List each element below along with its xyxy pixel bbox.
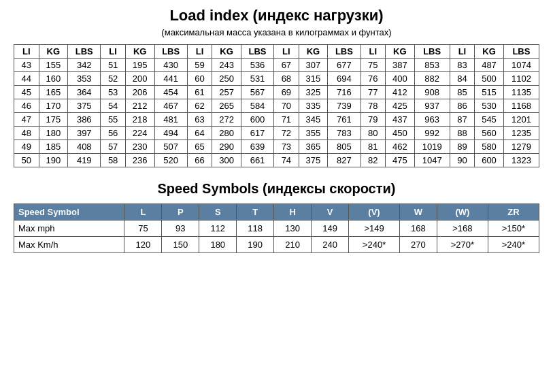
load-table-cell: 335 xyxy=(299,99,328,113)
load-table-cell: 55 xyxy=(101,113,126,127)
load-table-cell: 185 xyxy=(39,140,68,154)
load-table-cell: 63 xyxy=(187,113,212,127)
speed-table-cell: 150 xyxy=(162,237,199,253)
load-table-cell: 81 xyxy=(361,140,386,154)
load-table-cell: 408 xyxy=(68,140,101,154)
table-row: 4617037554212467622655847033573978425937… xyxy=(14,99,539,113)
load-table-cell: 353 xyxy=(68,72,101,86)
load-table-cell: 69 xyxy=(274,86,299,99)
load-table-cell: 53 xyxy=(101,86,126,99)
load-table-cell: 1019 xyxy=(414,140,450,154)
speed-table-cell: 130 xyxy=(274,220,312,237)
load-table-cell: 617 xyxy=(241,127,273,140)
load-table-header-cell: KG xyxy=(299,45,328,59)
load-table-cell: 84 xyxy=(450,72,475,86)
load-table-header-cell: LBS xyxy=(328,45,361,59)
speed-table-cell: 75 xyxy=(124,220,162,237)
load-table-cell: 290 xyxy=(212,140,241,154)
speed-column-header: W xyxy=(400,204,437,220)
table-row: 4918540857230507652906397336580581462101… xyxy=(14,140,539,154)
load-table-header-cell: KG xyxy=(212,45,241,59)
speed-column-header: L xyxy=(124,204,162,220)
load-table-cell: 48 xyxy=(14,127,39,140)
load-table-cell: 44 xyxy=(14,72,39,86)
speed-row-label: Max mph xyxy=(14,220,124,237)
load-table-cell: 1074 xyxy=(503,59,539,72)
load-table-cell: 365 xyxy=(299,140,328,154)
load-table-cell: 639 xyxy=(241,140,273,154)
speed-table-cell: 149 xyxy=(312,220,349,237)
speed-table-cell: 93 xyxy=(162,220,199,237)
speed-table-cell: >168 xyxy=(437,220,488,237)
load-table-cell: 82 xyxy=(361,154,386,167)
speed-table-cell: 210 xyxy=(274,237,312,253)
speed-table-cell: >270* xyxy=(437,237,488,253)
load-table-cell: 425 xyxy=(386,99,415,113)
load-table-header-cell: LBS xyxy=(241,45,273,59)
load-table-cell: 272 xyxy=(212,113,241,127)
load-table-cell: 68 xyxy=(274,72,299,86)
load-table-cell: 1323 xyxy=(503,154,539,167)
load-table-header-cell: KG xyxy=(386,45,415,59)
load-table-cell: 694 xyxy=(328,72,361,86)
load-table-cell: 59 xyxy=(187,59,212,72)
load-table-cell: 71 xyxy=(274,113,299,127)
load-table-cell: 386 xyxy=(68,113,101,127)
load-table-cell: 165 xyxy=(39,86,68,99)
load-table-cell: 218 xyxy=(125,113,154,127)
load-table-cell: 584 xyxy=(241,99,273,113)
load-table-cell: 536 xyxy=(241,59,273,72)
load-table-cell: 236 xyxy=(125,154,154,167)
load-table-cell: 280 xyxy=(212,127,241,140)
load-table-cell: 212 xyxy=(125,99,154,113)
speed-table-cell: >240* xyxy=(349,237,400,253)
load-table-cell: 77 xyxy=(361,86,386,99)
load-table-cell: 481 xyxy=(154,113,187,127)
load-table-cell: 180 xyxy=(39,127,68,140)
load-table-cell: 560 xyxy=(475,127,504,140)
load-table-cell: 1279 xyxy=(503,140,539,154)
load-table-cell: 195 xyxy=(125,59,154,72)
load-table-cell: 1135 xyxy=(503,86,539,99)
speed-table-cell: >149 xyxy=(349,220,400,237)
load-table-cell: 992 xyxy=(414,127,450,140)
load-table-cell: 507 xyxy=(154,140,187,154)
load-index-title: Load index (индекс нагрузки) xyxy=(14,7,539,24)
load-table-cell: 89 xyxy=(450,140,475,154)
speed-table-cell: 120 xyxy=(124,237,162,253)
load-table-cell: 827 xyxy=(328,154,361,167)
load-table-cell: 355 xyxy=(299,127,328,140)
speed-table-cell: >240* xyxy=(488,237,539,253)
load-table-cell: 46 xyxy=(14,99,39,113)
table-row: 4416035352200441602505316831569476400882… xyxy=(14,72,539,86)
load-table-cell: 530 xyxy=(475,99,504,113)
speed-table-cell: 270 xyxy=(400,237,437,253)
load-table-cell: 66 xyxy=(187,154,212,167)
table-row: Max mph7593112118130149>149168>168>150* xyxy=(14,220,539,237)
speed-column-header: (V) xyxy=(349,204,400,220)
load-table-cell: 500 xyxy=(475,72,504,86)
load-table-cell: 805 xyxy=(328,140,361,154)
load-table-cell: 963 xyxy=(414,113,450,127)
load-table-cell: 80 xyxy=(361,127,386,140)
load-table-cell: 79 xyxy=(361,113,386,127)
load-table-cell: 61 xyxy=(187,86,212,99)
load-table-cell: 462 xyxy=(386,140,415,154)
load-table-cell: 85 xyxy=(450,86,475,99)
load-table-cell: 307 xyxy=(299,59,328,72)
load-table-cell: 325 xyxy=(299,86,328,99)
load-table-cell: 257 xyxy=(212,86,241,99)
load-table-header-cell: LBS xyxy=(503,45,539,59)
table-row: 4315534251195430592435366730767775387853… xyxy=(14,59,539,72)
load-table-cell: 170 xyxy=(39,99,68,113)
load-table-cell: 73 xyxy=(274,140,299,154)
load-table-cell: 83 xyxy=(450,59,475,72)
load-table-cell: 47 xyxy=(14,113,39,127)
load-table-cell: 58 xyxy=(101,154,126,167)
load-table-cell: 52 xyxy=(101,72,126,86)
load-table-cell: 1102 xyxy=(503,72,539,86)
speed-symbols-table: Speed SymbolLPSTHV(V)W(W)ZR Max mph75931… xyxy=(14,203,539,253)
load-table-cell: 50 xyxy=(14,154,39,167)
speed-table-cell: 112 xyxy=(199,220,237,237)
load-table-cell: 250 xyxy=(212,72,241,86)
